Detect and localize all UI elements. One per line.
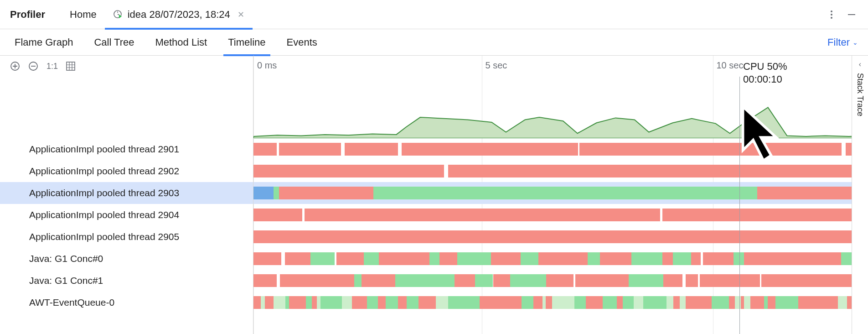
chevron-down-icon: ⌄ <box>852 39 858 46</box>
tab-session[interactable]: idea 28/07/2023, 18:24 ✕ <box>105 0 253 29</box>
stack-trace-panel-toggle[interactable]: ‹ Stack Trace <box>852 56 868 334</box>
timeline-toolbar: 1:1 <box>0 56 253 77</box>
thread-lanes[interactable] <box>253 138 868 334</box>
thread-row[interactable]: ApplicationImpl pooled thread 2903 <box>0 182 253 204</box>
thread-lane[interactable] <box>253 182 868 204</box>
svg-rect-7 <box>67 62 75 70</box>
minimize-icon[interactable] <box>842 10 862 19</box>
ruler-tick: 10 sec <box>717 60 744 71</box>
tab-home[interactable]: Home <box>62 0 105 29</box>
cpu-chart[interactable]: CPU 50% 00:00:10 <box>253 77 868 138</box>
thread-list: ApplicationImpl pooled thread 2901Applic… <box>0 138 253 334</box>
thread-row[interactable]: AWT-EventQueue-0 <box>0 292 253 313</box>
stack-trace-label: Stack Trace <box>855 73 865 116</box>
svg-point-2 <box>831 14 832 16</box>
grid-icon[interactable] <box>66 62 75 71</box>
run-icon <box>113 10 123 20</box>
profiler-title: Profiler <box>10 9 45 21</box>
thread-row[interactable]: ApplicationImpl pooled thread 2902 <box>0 160 253 182</box>
zoom-out-icon[interactable] <box>28 61 38 71</box>
close-icon[interactable]: ✕ <box>238 10 244 20</box>
timeline-main: 1:1 ApplicationImpl pooled thread 2901Ap… <box>0 56 868 334</box>
filter-label: Filter <box>827 37 850 48</box>
svg-point-1 <box>831 10 832 12</box>
thread-row[interactable]: ApplicationImpl pooled thread 2905 <box>0 226 253 248</box>
more-icon[interactable] <box>822 10 842 19</box>
thread-lane[interactable] <box>253 248 868 270</box>
svg-rect-4 <box>848 14 855 15</box>
thread-lane[interactable] <box>253 270 868 292</box>
tab-events[interactable]: Events <box>282 29 322 56</box>
thread-row[interactable]: Java: G1 Conc#0 <box>0 248 253 270</box>
thread-lane[interactable] <box>253 138 868 160</box>
tab-session-label: idea 28/07/2023, 18:24 <box>128 9 230 21</box>
zoom-reset-button[interactable]: 1:1 <box>46 62 58 71</box>
time-ruler: 0 ms5 sec10 sec <box>253 56 868 77</box>
thread-row[interactable]: Java: G1 Conc#1 <box>0 270 253 292</box>
thread-lane[interactable] <box>253 226 868 248</box>
thread-lane[interactable] <box>253 204 868 226</box>
profiler-header: Profiler Home idea 28/07/2023, 18:24 ✕ <box>0 0 868 29</box>
svg-point-3 <box>831 17 832 19</box>
thread-lane[interactable] <box>253 160 868 182</box>
chevron-left-icon: ‹ <box>859 60 861 68</box>
tab-call-tree[interactable]: Call Tree <box>89 29 139 56</box>
view-tabs: Flame Graph Call Tree Method List Timeli… <box>0 29 868 56</box>
filter-dropdown[interactable]: Filter ⌄ <box>827 37 858 48</box>
timeline-right-column: 0 ms5 sec10 sec CPU 50% 00:00:10 ‹ Stack… <box>253 56 868 334</box>
timeline-left-column: 1:1 ApplicationImpl pooled thread 2901Ap… <box>0 56 253 334</box>
ruler-tick: 0 ms <box>257 60 277 71</box>
tab-home-label: Home <box>70 9 97 21</box>
zoom-in-icon[interactable] <box>10 61 20 71</box>
thread-lane[interactable] <box>253 292 868 313</box>
thread-row[interactable]: ApplicationImpl pooled thread 2901 <box>0 138 253 160</box>
tab-timeline[interactable]: Timeline <box>223 29 270 56</box>
tab-flame-graph[interactable]: Flame Graph <box>10 29 78 56</box>
ruler-tick: 5 sec <box>486 60 507 71</box>
tab-method-list[interactable]: Method List <box>150 29 212 56</box>
thread-row[interactable]: ApplicationImpl pooled thread 2904 <box>0 204 253 226</box>
